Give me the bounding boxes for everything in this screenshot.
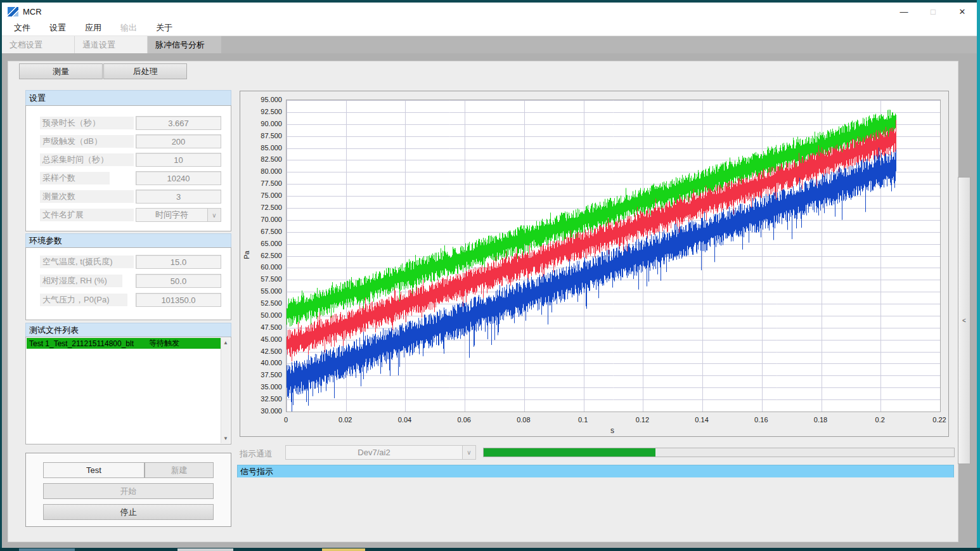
level-trigger-field[interactable]: 200 bbox=[136, 134, 221, 148]
sample-count-field[interactable]: 10240 bbox=[136, 171, 221, 185]
y-tick-label: 95.000 bbox=[242, 95, 282, 104]
run-control-box: Test 新建 开始 停止 bbox=[25, 453, 231, 527]
y-tick-label: 30.000 bbox=[242, 406, 282, 415]
test-name-field[interactable]: Test bbox=[43, 462, 145, 478]
indicator-channel-dropdown[interactable]: Dev7/ai2 ∨ bbox=[285, 445, 476, 460]
y-tick-label: 60.000 bbox=[242, 263, 282, 271]
filename-ext-label: 文件名扩展 bbox=[40, 209, 134, 221]
taskbar-icon bbox=[177, 548, 233, 551]
tab-pulse-signal-analysis[interactable]: 脉冲信号分析 bbox=[148, 36, 221, 53]
y-tick-label: 82.500 bbox=[242, 155, 282, 164]
y-tick-label: 92.500 bbox=[242, 107, 282, 116]
chevron-down-icon[interactable]: ∨ bbox=[462, 446, 475, 459]
x-tick-label: 0.16 bbox=[754, 416, 768, 424]
env-panel-header: 环境参数 bbox=[25, 233, 231, 247]
collapse-pane-handle[interactable]: < bbox=[958, 177, 970, 464]
x-tick-label: 0.22 bbox=[932, 416, 946, 424]
acquisition-progress-bar bbox=[483, 448, 955, 457]
y-tick-label: 65.000 bbox=[242, 239, 282, 248]
close-button[interactable]: ✕ bbox=[948, 3, 977, 20]
menu-settings[interactable]: 设置 bbox=[40, 20, 75, 36]
taskbar bbox=[0, 548, 980, 551]
desktop-background: MCR — □ ✕ 文件 设置 应用 输出 关于 文档设置 通道设置 脉冲信号分… bbox=[0, 0, 980, 551]
y-tick-label: 45.000 bbox=[242, 335, 282, 344]
test-file-name: Test 1_Test_211215114800_blt bbox=[29, 339, 134, 348]
x-tick-label: 0 bbox=[284, 416, 288, 424]
y-tick-label: 40.000 bbox=[242, 358, 282, 367]
pressure-label: 大气压力，P0(Pa) bbox=[40, 294, 127, 306]
prerecord-duration-label: 预录时长（秒） bbox=[40, 117, 134, 129]
chevron-down-icon[interactable]: ∨ bbox=[207, 209, 221, 221]
measure-times-field[interactable]: 3 bbox=[136, 190, 221, 204]
x-tick-label: 0.02 bbox=[338, 416, 352, 424]
env-panel: 空气温度, t(摄氏度) 15.0 相对湿度, RH (%) 50.0 大气压力… bbox=[25, 247, 231, 320]
y-tick-label: 55.000 bbox=[242, 287, 282, 295]
y-tick-label: 87.500 bbox=[242, 131, 282, 140]
filename-ext-dropdown[interactable]: 时间字符 ∨ bbox=[136, 208, 221, 222]
signal-plot-canvas bbox=[287, 100, 940, 412]
x-tick-label: 0.14 bbox=[695, 416, 708, 424]
y-tick-label: 37.500 bbox=[242, 370, 282, 379]
measure-button[interactable]: 测量 bbox=[19, 63, 103, 79]
sample-count-label: 采样个数 bbox=[40, 172, 110, 185]
y-tick-label: 90.000 bbox=[242, 119, 282, 128]
prerecord-duration-field[interactable]: 3.667 bbox=[136, 116, 221, 130]
maximize-button[interactable]: □ bbox=[919, 3, 948, 20]
x-tick-label: 0.2 bbox=[875, 416, 885, 424]
post-process-button[interactable]: 后处理 bbox=[103, 63, 187, 79]
y-tick-label: 77.500 bbox=[242, 179, 282, 188]
scroll-up-icon[interactable]: ▲ bbox=[221, 338, 230, 347]
filename-ext-value: 时间字符 bbox=[136, 209, 207, 221]
scroll-down-icon[interactable]: ▼ bbox=[221, 434, 230, 443]
menu-bar: 文件 设置 应用 输出 关于 bbox=[2, 20, 977, 36]
pressure-field[interactable]: 101350.0 bbox=[136, 293, 221, 307]
test-file-list[interactable]: Test 1_Test_211215114800_blt 等待触发 ▲ ▼ bbox=[25, 337, 231, 444]
x-tick-label: 0.1 bbox=[578, 416, 588, 424]
menu-about[interactable]: 关于 bbox=[146, 20, 182, 36]
app-logo-icon bbox=[8, 7, 18, 16]
air-temp-field[interactable]: 15.0 bbox=[136, 255, 221, 269]
signal-panel-header: 信号指示 bbox=[237, 465, 954, 477]
test-file-status: 等待触发 bbox=[149, 338, 179, 349]
settings-panel: 预录时长（秒） 3.667 声级触发（dB） 200 总采集时间（秒） 10 采… bbox=[25, 105, 231, 231]
level-trigger-label: 声级触发（dB） bbox=[40, 135, 134, 148]
y-tick-label: 85.000 bbox=[242, 143, 282, 152]
stop-button[interactable]: 停止 bbox=[43, 504, 214, 520]
y-tick-label: 32.500 bbox=[242, 394, 282, 403]
indicator-channel-value: Dev7/ai2 bbox=[286, 448, 462, 457]
minimize-button[interactable]: — bbox=[889, 3, 919, 20]
x-tick-label: 0.18 bbox=[814, 416, 827, 424]
title-bar: MCR — □ ✕ bbox=[2, 3, 977, 20]
y-tick-label: 72.500 bbox=[242, 203, 282, 212]
x-tick-label: 0.12 bbox=[636, 416, 649, 424]
tab-document-settings: 文档设置 bbox=[2, 36, 75, 53]
y-tick-label: 52.500 bbox=[242, 299, 282, 308]
humidity-field[interactable]: 50.0 bbox=[136, 274, 221, 288]
y-tick-label: 67.500 bbox=[242, 227, 282, 236]
y-tick-label: 57.500 bbox=[242, 275, 282, 283]
file-list-header: 测试文件列表 bbox=[25, 323, 231, 337]
collapse-left-icon: < bbox=[962, 317, 966, 324]
taskbar-icon bbox=[322, 548, 365, 551]
start-button: 开始 bbox=[43, 483, 214, 499]
humidity-label: 相对湿度, RH (%) bbox=[40, 275, 122, 287]
y-tick-label: 47.500 bbox=[242, 323, 282, 332]
window-title: MCR bbox=[23, 7, 42, 16]
new-button: 新建 bbox=[145, 462, 214, 478]
taskbar-icon bbox=[19, 548, 75, 551]
menu-output: 输出 bbox=[111, 20, 146, 36]
total-time-field[interactable]: 10 bbox=[136, 153, 221, 167]
total-time-label: 总采集时间（秒） bbox=[40, 153, 134, 166]
menu-file[interactable]: 文件 bbox=[4, 20, 40, 36]
file-list-scrollbar[interactable]: ▲ ▼ bbox=[221, 338, 230, 443]
tab-channel-settings: 通道设置 bbox=[75, 36, 148, 53]
y-tick-label: 50.000 bbox=[242, 311, 282, 320]
menu-apply[interactable]: 应用 bbox=[75, 20, 111, 36]
x-tick-label: 0.06 bbox=[457, 416, 470, 424]
progress-fill bbox=[484, 448, 655, 457]
y-tick-label: 62.500 bbox=[242, 251, 282, 260]
tab-strip: 文档设置 通道设置 脉冲信号分析 bbox=[2, 36, 977, 53]
y-tick-label: 42.500 bbox=[242, 347, 282, 356]
y-tick-label: 70.000 bbox=[242, 215, 282, 224]
list-item[interactable]: Test 1_Test_211215114800_blt 等待触发 bbox=[27, 338, 221, 349]
